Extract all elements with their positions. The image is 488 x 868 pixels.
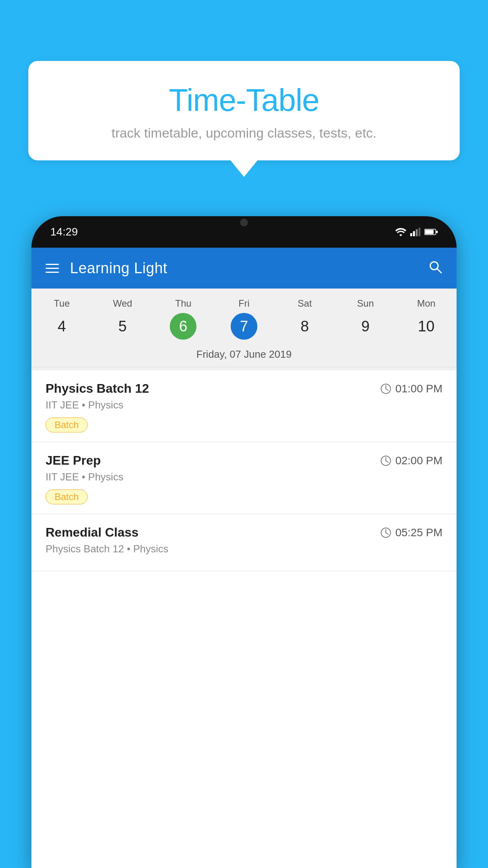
bubble-title: Time-Table (52, 82, 436, 118)
svg-rect-0 (410, 233, 412, 236)
wifi-icon (395, 228, 406, 236)
day-name: Wed (113, 298, 132, 309)
class-item[interactable]: Physics Batch 1201:00 PMIIT JEE • Physic… (31, 370, 457, 442)
day-number[interactable]: 8 (292, 313, 318, 340)
svg-rect-6 (436, 231, 438, 233)
phone-time: 14:29 (50, 226, 78, 238)
class-name: JEE Prep (46, 453, 101, 468)
class-subtitle: IIT JEE • Physics (46, 471, 442, 483)
class-time: 02:00 PM (380, 454, 442, 467)
app-bar: Learning Light (31, 248, 457, 289)
day-name: Sun (357, 298, 374, 309)
class-name: Physics Batch 12 (46, 381, 149, 396)
day-name: Thu (175, 298, 191, 309)
svg-line-14 (386, 461, 388, 462)
day-number[interactable]: 9 (352, 313, 379, 340)
class-list: Physics Batch 1201:00 PMIIT JEE • Physic… (31, 370, 457, 868)
status-icons (395, 228, 438, 236)
time-text: 05:25 PM (395, 526, 442, 539)
phone-screen: Learning Light Tue4Wed5Thu6Fri7Sat8Sun9M… (31, 248, 457, 868)
calendar-day-col[interactable]: Wed5 (92, 295, 153, 343)
calendar-day-col[interactable]: Tue4 (31, 295, 92, 343)
svg-line-11 (386, 389, 388, 390)
class-item[interactable]: Remedial Class05:25 PMPhysics Batch 12 •… (31, 514, 457, 571)
class-subtitle: Physics Batch 12 • Physics (46, 543, 442, 555)
svg-rect-2 (416, 229, 418, 236)
app-title: Learning Light (70, 260, 416, 277)
class-time: 05:25 PM (380, 526, 442, 539)
phone-notch (228, 216, 260, 229)
calendar-day-col[interactable]: Mon10 (396, 295, 457, 343)
class-item-header: Physics Batch 1201:00 PM (46, 381, 442, 396)
day-name: Tue (54, 298, 70, 309)
clock-icon (380, 383, 391, 394)
calendar-days-header: Tue4Wed5Thu6Fri7Sat8Sun9Mon10 (31, 289, 457, 344)
svg-line-17 (386, 533, 388, 534)
svg-line-8 (437, 268, 441, 273)
class-item-header: JEE Prep02:00 PM (46, 453, 442, 468)
class-time: 01:00 PM (380, 383, 442, 395)
day-number[interactable]: 10 (413, 313, 440, 340)
class-item-header: Remedial Class05:25 PM (46, 525, 442, 540)
speech-bubble: Time-Table track timetable, upcoming cla… (28, 61, 460, 160)
signal-icon (410, 228, 420, 236)
day-name: Fri (238, 298, 250, 309)
clock-icon (380, 527, 391, 538)
svg-rect-1 (413, 231, 415, 236)
day-number[interactable]: 6 (170, 313, 196, 340)
clock-icon (380, 455, 391, 466)
day-name: Sat (298, 298, 312, 309)
svg-rect-3 (418, 228, 420, 236)
front-camera (240, 219, 248, 226)
bubble-subtitle: track timetable, upcoming classes, tests… (52, 125, 436, 141)
time-text: 02:00 PM (395, 454, 442, 467)
menu-icon[interactable] (46, 264, 59, 273)
calendar-day-col[interactable]: Thu6 (153, 295, 214, 343)
day-number[interactable]: 7 (231, 313, 257, 340)
calendar-day-col[interactable]: Sun9 (335, 295, 396, 343)
batch-tag: Batch (46, 417, 88, 432)
class-item[interactable]: JEE Prep02:00 PMIIT JEE • PhysicsBatch (31, 442, 457, 514)
calendar-section: Tue4Wed5Thu6Fri7Sat8Sun9Mon10 Friday, 07… (31, 289, 457, 370)
calendar-day-col[interactable]: Sat8 (274, 295, 335, 343)
time-text: 01:00 PM (395, 383, 442, 395)
battery-icon (424, 228, 438, 235)
search-icon[interactable] (427, 259, 442, 278)
day-number[interactable]: 5 (109, 313, 136, 340)
class-name: Remedial Class (46, 525, 139, 540)
batch-tag: Batch (46, 489, 88, 504)
selected-date-label: Friday, 07 June 2019 (31, 344, 457, 367)
day-name: Mon (417, 298, 435, 309)
phone-top-bar: 14:29 (31, 216, 457, 248)
phone-frame: 14:29 (31, 216, 457, 868)
calendar-day-col[interactable]: Fri7 (214, 295, 275, 343)
class-subtitle: IIT JEE • Physics (46, 399, 442, 411)
day-number[interactable]: 4 (48, 313, 75, 340)
svg-rect-5 (425, 230, 434, 234)
